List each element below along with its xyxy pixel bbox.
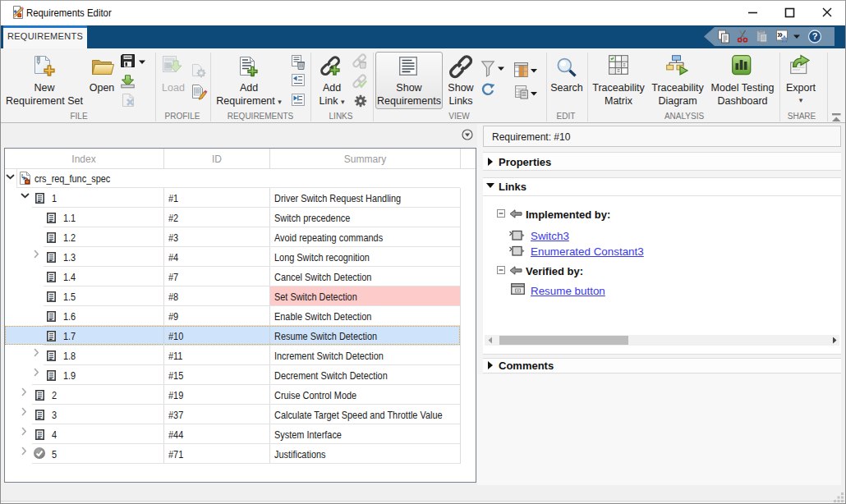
- svg-text:?: ?: [812, 31, 818, 41]
